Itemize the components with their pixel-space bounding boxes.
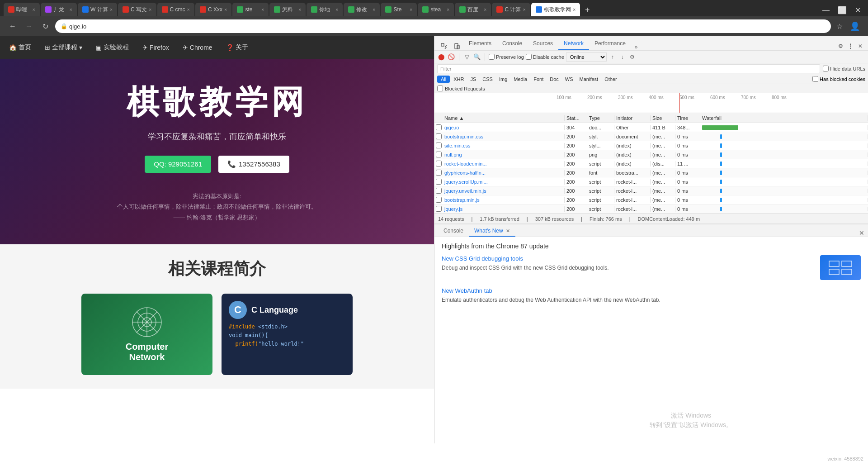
back-button[interactable]: ← — [6, 20, 19, 33]
preserve-log-checkbox[interactable]: Preserve log — [489, 54, 524, 60]
filter-all[interactable]: All — [437, 76, 450, 83]
network-table-header: Name ▲ Stat... Type Initiator Size Time … — [434, 113, 868, 123]
search-icon[interactable]: 🔍 — [473, 53, 481, 61]
settings2-icon[interactable]: ⚙ — [628, 53, 637, 61]
tab-dragon[interactable]: 丿龙 × — [41, 3, 77, 16]
filter-img[interactable]: Img — [496, 76, 510, 83]
tab-steam2[interactable]: 怎料 × — [269, 3, 306, 16]
tab-more[interactable]: » — [631, 44, 642, 50]
nav-about[interactable]: ❓ 关于 — [226, 43, 248, 52]
bottom-tab-console[interactable]: Console — [438, 226, 469, 237]
filter-doc[interactable]: Doc — [547, 76, 561, 83]
minimize-button[interactable]: — — [819, 5, 833, 16]
filter-icon[interactable]: ▽ — [463, 53, 471, 61]
bottom-tab-whatsnew[interactable]: What's New ✕ — [469, 226, 515, 237]
tab-performance[interactable]: Performance — [589, 38, 631, 50]
col-time[interactable]: Time — [675, 115, 700, 121]
col-type[interactable]: Type — [587, 115, 614, 121]
table-row[interactable]: bootstrap.min.js 200 script rocket-l... … — [434, 195, 868, 204]
status-separator1: | — [471, 216, 472, 222]
star-icon[interactable]: ☆ — [835, 20, 844, 33]
tab-c1[interactable]: C 写文 × — [118, 3, 156, 16]
close-button[interactable]: ✕ — [851, 4, 864, 16]
tab-sources[interactable]: Sources — [528, 38, 558, 50]
table-row[interactable]: glyphicons-halfin... 200 font bootstra..… — [434, 168, 868, 177]
tab-steam6[interactable]: stea × — [418, 3, 454, 16]
filter-manifest[interactable]: Manifest — [577, 76, 601, 83]
tab-c2[interactable]: C cmc × — [157, 3, 194, 16]
address-input[interactable]: 🔒 qige.io — [55, 19, 831, 33]
table-row[interactable]: site.min.css 200 styl... (index) (me... … — [434, 141, 868, 150]
table-row[interactable]: jquery.js 200 script rocket-l... (me... … — [434, 204, 868, 214]
filter-css[interactable]: CSS — [480, 76, 495, 83]
disable-cache-checkbox[interactable]: Disable cache — [526, 54, 564, 60]
has-blocked-label[interactable]: Has blocked cookies — [812, 76, 865, 82]
filter-media[interactable]: Media — [511, 76, 530, 83]
tab-steam3[interactable]: 你地 × — [307, 3, 343, 16]
qq-button[interactable]: QQ: 929051261 — [145, 156, 211, 173]
course-card-c[interactable]: C C Language #include <stdio.h> void mai… — [222, 294, 353, 375]
record-button[interactable]: ⬤ — [437, 53, 445, 61]
reload-button[interactable]: ↻ — [39, 20, 52, 33]
col-name[interactable]: Name ▲ — [443, 115, 565, 121]
filter-other[interactable]: Other — [602, 76, 620, 83]
table-row[interactable]: rocket-loader.min... 200 script (index) … — [434, 159, 868, 168]
filter-ws[interactable]: WS — [562, 76, 576, 83]
toolbar-separator2 — [485, 53, 485, 61]
blocked-requests-checkbox[interactable] — [437, 86, 443, 91]
course-card-computer[interactable]: Computer Network — [81, 294, 212, 375]
throttle-dropdown[interactable]: Online No throttling Fast 3G — [566, 52, 607, 62]
nav-lab[interactable]: ▣ 实验教程 — [96, 43, 129, 52]
table-row[interactable]: null.png 200 png (index) (me... 0 ms — [434, 150, 868, 159]
tab-bilibili[interactable]: 哔哩 × — [4, 3, 40, 16]
table-row[interactable]: jquery.unveil.min.js 200 script rocket-l… — [434, 186, 868, 195]
hide-data-urls-checkbox[interactable]: Hide data URLs — [823, 66, 865, 71]
tab-elements[interactable]: Elements — [463, 38, 497, 50]
network-filter-input[interactable] — [437, 64, 820, 73]
tab-c4[interactable]: C 计算 × — [492, 3, 530, 16]
nav-chrome[interactable]: ✈ Chrome — [183, 44, 212, 51]
tab-baidu[interactable]: 百度 × — [455, 3, 491, 16]
news-item-webauthn: New WebAuthn tab Emulate authenticators … — [442, 287, 861, 304]
close-bottom-panel-icon[interactable]: ✕ — [859, 229, 864, 237]
tab-steam1[interactable]: ste × — [232, 3, 269, 16]
settings-icon[interactable]: ⚙ — [836, 42, 844, 50]
filter-js[interactable]: JS — [467, 76, 479, 83]
tab-qige-active[interactable]: 棋歌教学网 × — [531, 3, 580, 16]
tab-c3[interactable]: C Xxx × — [195, 3, 231, 16]
profile-icon[interactable]: 👤 — [848, 19, 862, 33]
filter-xhr[interactable]: XHR — [451, 76, 467, 83]
import-icon[interactable]: ↑ — [609, 53, 617, 61]
table-row[interactable]: bootstrap.min.css 200 styl. document (me… — [434, 132, 868, 141]
tab-steam4[interactable]: 修改 × — [344, 3, 380, 16]
nav-courses[interactable]: ⊞ 全部课程 ▾ — [45, 43, 82, 52]
clear-button[interactable]: 🚫 — [447, 53, 455, 61]
nav-firefox[interactable]: ✈ Firefox — [142, 44, 169, 51]
news-item-title-2[interactable]: New WebAuthn tab — [442, 287, 861, 294]
news-item-title-1[interactable]: New CSS Grid debugging tools — [442, 255, 815, 262]
col-waterfall[interactable]: Waterfall — [700, 115, 868, 121]
devtools-inspect-button[interactable] — [438, 43, 451, 50]
nav-home[interactable]: 🏠 首页 — [9, 43, 31, 52]
forward-button[interactable]: → — [23, 20, 35, 33]
col-initiator[interactable]: Initiator — [614, 115, 651, 121]
tab-network[interactable]: Network — [558, 38, 589, 50]
weixin-label: weixin: 4588892 — [827, 456, 863, 461]
phone-button[interactable]: 📞 13527556383 — [218, 156, 289, 173]
export-icon[interactable]: ↓ — [618, 53, 627, 61]
tab-w1[interactable]: W 计算 × — [78, 3, 117, 16]
more-options-icon[interactable]: ⋮ — [846, 42, 854, 50]
maximize-button[interactable]: ⬜ — [834, 4, 850, 16]
devtools-device-button[interactable] — [451, 43, 463, 50]
filter-font[interactable]: Font — [531, 76, 546, 83]
close-devtools-icon[interactable]: ✕ — [856, 42, 864, 50]
col-status[interactable]: Stat... — [565, 115, 587, 121]
new-tab-button[interactable]: + — [581, 4, 594, 16]
tab-console[interactable]: Console — [497, 38, 528, 50]
table-row[interactable]: jquery.scrollUp.mi... 200 script rocket-… — [434, 177, 868, 186]
col-size[interactable]: Size — [651, 115, 675, 121]
tl-700: 700 ms — [741, 95, 772, 100]
close-whatsnew-icon[interactable]: ✕ — [506, 228, 510, 234]
table-row[interactable]: qige.io 304 doc... Other 411 B 348... — [434, 123, 868, 132]
tab-steam5[interactable]: Ste × — [381, 3, 417, 16]
